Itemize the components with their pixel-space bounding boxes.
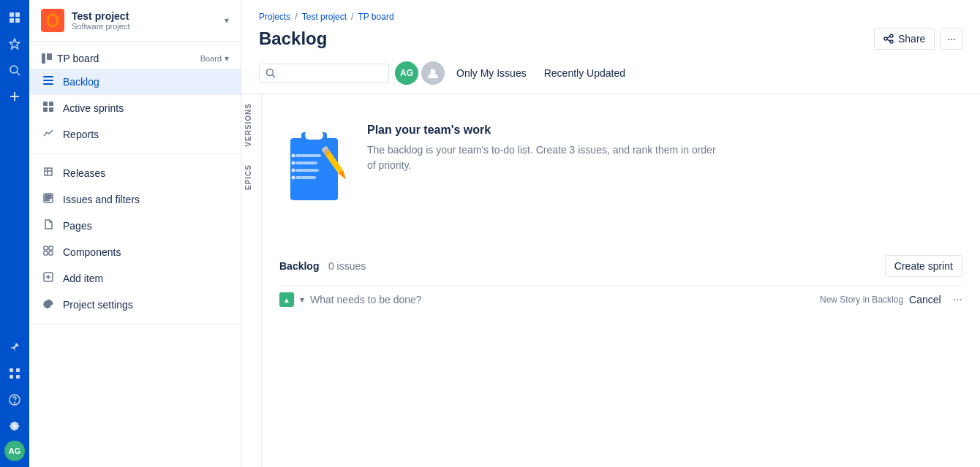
svg-point-41 — [267, 69, 274, 76]
svg-rect-18 — [43, 76, 53, 77]
backlog-header: Backlog 0 issues Create sprint — [279, 255, 962, 277]
empty-state-text: Plan your team's work The backlog is you… — [367, 124, 718, 173]
cancel-new-issue[interactable]: Cancel — [909, 294, 941, 305]
issue-more-options[interactable]: ··· — [953, 293, 962, 306]
svg-line-39 — [887, 37, 890, 38]
issue-type-dropdown[interactable]: ▾ — [300, 295, 304, 305]
help-icon[interactable] — [3, 388, 26, 411]
versions-label[interactable]: VERSIONS — [241, 94, 261, 156]
secondary-nav: Releases Issues and filters Pages Compon… — [29, 154, 241, 324]
active-sprints-label: Active sprints — [63, 102, 124, 114]
add-item-icon — [41, 271, 56, 286]
breadcrumb-test-project[interactable]: Test project — [302, 12, 347, 22]
sidebar-item-active-sprints[interactable]: Active sprints — [29, 95, 241, 121]
pages-icon — [41, 219, 56, 233]
main-content: Plan your team's work The backlog is you… — [262, 94, 980, 467]
project-icon — [41, 9, 64, 32]
sidebar-item-issues[interactable]: Issues and filters — [29, 186, 241, 213]
svg-rect-19 — [43, 80, 53, 81]
avatar-ag[interactable]: AG — [395, 61, 418, 85]
svg-point-53 — [292, 169, 295, 172]
sidebar-item-pages[interactable]: Pages — [29, 213, 241, 239]
svg-rect-0 — [10, 12, 14, 17]
breadcrumb-tp-board[interactable]: TP board — [358, 12, 393, 22]
svg-rect-12 — [16, 375, 20, 379]
svg-rect-48 — [295, 162, 317, 164]
svg-rect-32 — [49, 251, 53, 255]
svg-point-37 — [884, 37, 887, 40]
page-title: Backlog — [259, 29, 327, 49]
settings-icon[interactable] — [3, 414, 26, 438]
svg-rect-21 — [43, 102, 48, 106]
search-icon — [265, 68, 276, 78]
board-section: TP board Board ▾ Backlog Active sprints … — [29, 42, 241, 154]
backlog-section-title: Backlog — [279, 260, 319, 272]
project-header[interactable]: Test project Software project ▾ — [29, 0, 241, 42]
breadcrumb-projects[interactable]: Projects — [259, 12, 290, 22]
pin-icon[interactable] — [3, 335, 26, 359]
empty-state: Plan your team's work The backlog is you… — [279, 109, 962, 226]
new-issue-row: ▲ ▾ New Story in Backlog Cancel ··· — [279, 286, 962, 313]
components-icon — [41, 245, 56, 259]
svg-rect-27 — [45, 197, 51, 199]
svg-point-14 — [15, 403, 15, 403]
clipboard-illustration — [279, 124, 353, 211]
svg-point-5 — [10, 66, 18, 73]
svg-rect-20 — [43, 83, 53, 85]
board-label: TP board — [57, 53, 199, 64]
user-avatar-bar[interactable]: AG — [4, 441, 25, 461]
svg-rect-9 — [10, 368, 13, 372]
share-icon — [883, 34, 894, 44]
share-button[interactable]: Share — [874, 28, 935, 50]
grid-nav-icon[interactable] — [3, 6, 26, 29]
svg-rect-26 — [45, 195, 51, 197]
sidebar-item-settings[interactable]: Project settings — [29, 292, 241, 318]
epics-label[interactable]: EPICS — [241, 156, 261, 199]
svg-marker-4 — [10, 39, 20, 49]
components-label: Components — [63, 246, 121, 258]
sidebar-item-releases[interactable]: Releases — [29, 160, 241, 186]
empty-state-title: Plan your team's work — [367, 124, 718, 137]
svg-rect-30 — [49, 246, 53, 250]
svg-rect-1 — [15, 12, 20, 17]
svg-rect-17 — [47, 53, 52, 60]
star-icon[interactable] — [3, 32, 26, 56]
create-sprint-button[interactable]: Create sprint — [885, 255, 962, 277]
svg-rect-28 — [45, 200, 49, 201]
board-dropdown-arrow: ▾ — [225, 53, 229, 64]
svg-point-51 — [292, 154, 295, 158]
search-box[interactable] — [259, 64, 389, 83]
svg-rect-47 — [295, 154, 321, 157]
sidebar-item-reports[interactable]: Reports — [29, 121, 241, 148]
side-labels: VERSIONS EPICS — [241, 94, 262, 467]
recently-updated-filter[interactable]: Recently Updated — [538, 64, 631, 82]
page-title-row: Backlog Share ··· — [259, 28, 962, 50]
new-issue-input[interactable] — [310, 294, 814, 305]
sidebar-item-components[interactable]: Components — [29, 239, 241, 265]
issue-type-icon: ▲ — [279, 292, 294, 307]
backlog-icon — [41, 75, 56, 89]
project-name: Test project — [72, 10, 225, 22]
apps-icon[interactable] — [3, 362, 26, 385]
search-icon[interactable] — [3, 58, 26, 82]
search-input[interactable] — [280, 67, 382, 79]
icon-bar: AG — [0, 0, 29, 467]
avatar-gray[interactable] — [421, 61, 445, 85]
project-settings-icon — [41, 297, 56, 312]
only-my-issues-filter[interactable]: Only My Issues — [451, 64, 532, 82]
content-area: VERSIONS EPICS — [241, 94, 980, 467]
pages-label: Pages — [63, 220, 92, 232]
sidebar-item-add[interactable]: Add item — [29, 265, 241, 292]
create-icon[interactable] — [3, 85, 26, 108]
svg-rect-10 — [16, 368, 20, 372]
more-options-button[interactable]: ··· — [941, 28, 962, 50]
svg-rect-31 — [44, 251, 48, 255]
svg-point-36 — [890, 34, 893, 37]
new-issue-label: New Story in Backlog — [820, 295, 903, 305]
board-header[interactable]: TP board Board ▾ — [29, 48, 241, 69]
svg-line-42 — [273, 75, 276, 78]
svg-point-52 — [292, 162, 295, 165]
sidebar-item-backlog[interactable]: Backlog — [29, 69, 241, 95]
svg-rect-2 — [10, 18, 14, 23]
backlog-issue-count: 0 issues — [328, 260, 366, 272]
